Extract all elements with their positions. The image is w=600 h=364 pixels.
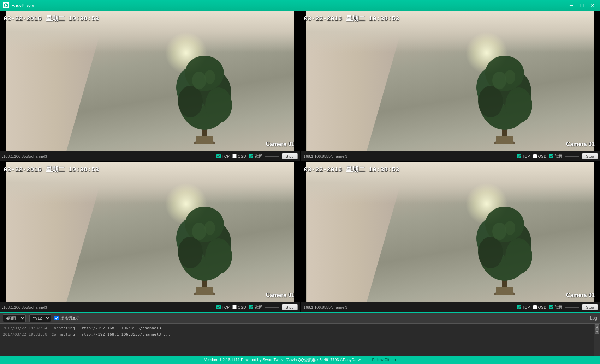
video-cell-bottom-left: 03-22-2016 星期二 10:38:53 Camera 01 .168.1… [0,162,300,312]
stop-button-bottom-left[interactable]: Stop [282,304,298,310]
control-bar-bottom-right: .168.1.106:8555/channel3 TCP OSD 硬解 Stop [301,302,600,312]
github-link[interactable]: Follow Github [372,358,396,362]
camera-label-top-right: Camera 01 [566,141,595,147]
scrollbar-area: ▲ ▼ [594,324,600,356]
osd-input-bottom-right[interactable] [533,305,537,309]
plant-decoration [173,45,236,144]
svg-rect-26 [196,287,213,295]
plant-decoration-4 [473,196,536,295]
video-cell-top-right: 03-22-2016 星期二 10:38:53 Camera 01 .168.1… [301,11,600,161]
bottom-panel: 1画面 4画面 9画面 16画面 YV12 H264 HEVC 按比例显示 Lo… [0,312,600,364]
svg-point-22 [492,72,506,89]
svg-point-32 [205,238,232,274]
svg-point-33 [192,223,206,240]
svg-point-11 [192,72,206,89]
scroll-down-button[interactable]: ▼ [595,329,599,334]
log-url-2: rtsp://192.168.1.106:8555/channel3 ... [82,332,171,338]
svg-point-43 [505,238,532,274]
log-wrapper: 2017/03/22 19:32:34 Connecting: rtsp://1… [0,324,600,356]
svg-point-45 [505,221,515,235]
aspect-ratio-label: 按比例显示 [60,315,80,321]
tcp-checkbox-bottom-left[interactable]: TCP [216,305,230,309]
osd-checkbox-top-left[interactable]: OSD [232,154,246,158]
tcp-input-top-right[interactable] [517,154,521,158]
codec-select[interactable]: YV12 H264 HEVC [29,314,51,322]
volume-slider-bottom-left[interactable] [265,307,279,308]
titlebar: EasyPlayer ─ □ ✕ [0,0,600,11]
video-cell-top-left: 03-22-2016 星期二 10:38:53 Camera 01 .168.1… [0,11,300,161]
timestamp-bottom-right: 03-22-2016 星期二 10:38:53 [304,165,399,174]
svg-rect-4 [196,136,213,144]
plant-decoration-3 [173,196,236,295]
hard-input-top-left[interactable] [249,154,253,158]
timestamp-top-left: 03-22-2016 星期二 10:38:53 [4,14,99,23]
camera-label-bottom-right: Camera 01 [566,292,595,298]
osd-checkbox-top-right[interactable]: OSD [533,154,547,158]
stop-button-top-right[interactable]: Stop [582,153,598,159]
control-bar-bottom-left: .168.1.106:8555/channel3 TCP OSD 硬解 Stop [0,302,300,312]
timestamp-top-right: 03-22-2016 星期二 10:38:53 [304,14,399,23]
stop-button-top-left[interactable]: Stop [282,153,298,159]
log-action-1: Connecting: [52,325,77,332]
svg-point-21 [505,87,532,123]
url-bottom-right: .168.1.106:8555/channel3 [303,305,514,309]
hard-checkbox-top-right[interactable]: 硬解 [549,153,562,159]
toolbar: 1画面 4画面 9画面 16画面 YV12 H264 HEVC 按比例显示 Lo… [0,313,600,324]
hard-checkbox-bottom-left[interactable]: 硬解 [249,304,262,310]
scroll-up-button[interactable]: ▲ [595,324,599,329]
tcp-checkbox-bottom-right[interactable]: TCP [517,305,530,309]
stop-button-bottom-right[interactable]: Stop [582,304,598,310]
control-bar-top-right: .168.1.106:8555/channel3 TCP OSD 硬解 Stop [301,151,600,161]
minimize-button[interactable]: ─ [567,2,576,8]
titlebar-left: EasyPlayer [3,2,35,8]
tcp-input-bottom-right[interactable] [517,305,521,309]
video-area-bottom-right[interactable]: 03-22-2016 星期二 10:38:53 Camera 01 [301,162,600,302]
svg-point-31 [178,237,203,268]
hard-checkbox-bottom-right[interactable]: 硬解 [549,304,562,310]
main-content: 03-22-2016 星期二 10:38:53 Camera 01 .168.1… [0,11,600,364]
hard-input-bottom-right[interactable] [549,305,553,309]
url-top-left: .168.1.106:8555/channel3 [2,154,214,158]
tcp-input-bottom-left[interactable] [216,305,221,309]
osd-checkbox-bottom-right[interactable]: OSD [533,305,547,309]
tcp-checkbox-top-left[interactable]: TCP [216,154,230,158]
osd-input-top-left[interactable] [232,154,237,158]
osd-input-bottom-left[interactable] [232,305,237,309]
log-area[interactable]: 2017/03/22 19:32:34 Connecting: rtsp://1… [0,324,600,356]
tcp-input-top-left[interactable] [216,154,221,158]
hard-checkbox-top-left[interactable]: 硬解 [249,153,262,159]
aspect-ratio-input[interactable] [54,316,59,320]
svg-rect-15 [496,136,513,144]
video-grid: 03-22-2016 星期二 10:38:53 Camera 01 .168.1… [0,11,600,312]
video-area-top-left[interactable]: 03-22-2016 星期二 10:38:53 Camera 01 [0,11,300,151]
hard-input-top-right[interactable] [549,154,553,158]
camera-label-top-left: Camera 01 [266,141,295,147]
status-text: Version: 1.2.16.1111 Powered by SwordTwe… [204,357,363,363]
close-button[interactable]: ✕ [588,2,597,8]
log-cursor [6,338,6,342]
volume-slider-top-right[interactable] [565,156,579,157]
svg-point-44 [492,223,506,240]
svg-point-42 [478,237,503,268]
log-input-line [3,338,597,344]
camera-label-bottom-left: Camera 01 [266,292,295,298]
tcp-checkbox-top-right[interactable]: TCP [517,154,530,158]
maximize-button[interactable]: □ [577,2,587,8]
log-content: 2017/03/22 19:32:34 Connecting: rtsp://1… [0,324,600,356]
log-time-1: 2017/03/22 19:32:34 [3,325,47,332]
log-action-2: Connecting: [52,332,77,338]
hard-input-bottom-left[interactable] [249,305,253,309]
control-bar-top-left: .168.1.106:8555/channel3 TCP OSD 硬解 Stop [0,151,300,161]
svg-point-9 [178,86,203,117]
video-area-top-right[interactable]: 03-22-2016 星期二 10:38:53 Camera 01 [301,11,600,151]
volume-slider-top-left[interactable] [265,156,279,157]
aspect-ratio-checkbox[interactable]: 按比例显示 [54,315,80,321]
app-icon [3,2,9,8]
volume-slider-bottom-right[interactable] [565,307,579,308]
layout-select[interactable]: 1画面 4画面 9画面 16画面 [3,314,26,322]
video-area-bottom-left[interactable]: 03-22-2016 星期二 10:38:53 Camera 01 [0,162,300,302]
svg-rect-37 [496,287,513,295]
osd-input-top-right[interactable] [533,154,537,158]
osd-checkbox-bottom-left[interactable]: OSD [232,305,246,309]
log-url-1: rtsp://192.168.1.106:8555/channel3 ... [82,325,171,332]
